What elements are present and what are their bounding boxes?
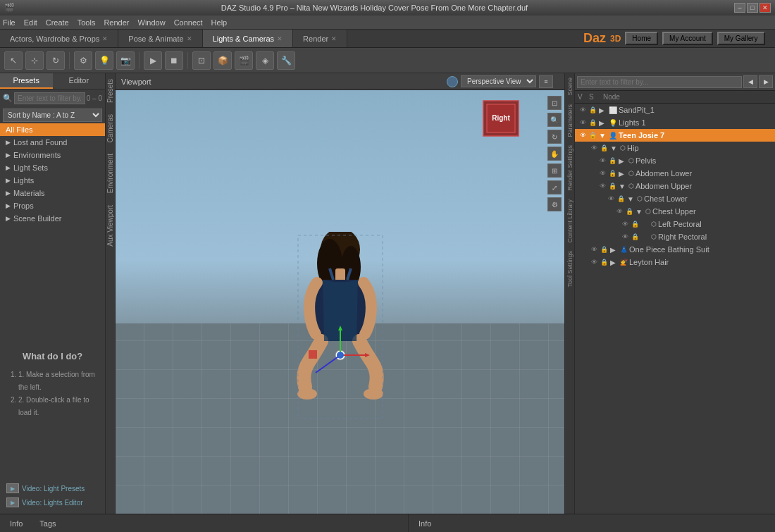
tab-render[interactable]: Render ✕	[293, 30, 347, 47]
eye-abdomen-lower[interactable]: 👁	[597, 168, 607, 178]
expand-pelvis[interactable]: ▶	[619, 157, 628, 165]
scene-row-chest-lower[interactable]: 👁 🔒 ▼ ⬡ Chest Lower	[575, 192, 775, 205]
expand-leyton-hair[interactable]: ▶	[610, 259, 620, 266]
tab-close-icon[interactable]: ✕	[102, 35, 108, 42]
settings-icon[interactable]: ⚙	[74, 51, 92, 70]
tab-actors-wardrobe-props[interactable]: Actors, Wardrobe & Props ✕	[0, 30, 118, 47]
tab-render-close-icon[interactable]: ✕	[331, 35, 337, 42]
lock-lights1[interactable]: 🔒	[588, 118, 597, 128]
eye-abdomen-upper[interactable]: 👁	[597, 181, 607, 191]
eye-bathing-suit[interactable]: 👁	[589, 245, 599, 254]
editor-tab[interactable]: Editor	[53, 73, 106, 89]
vp-icon-orbit[interactable]: ↻	[547, 130, 562, 144]
iray-icon[interactable]: ◈	[256, 51, 274, 70]
eye-leyton-hair[interactable]: 👁	[589, 257, 599, 267]
tab-lights-cameras[interactable]: Lights & Cameras ✕	[203, 30, 293, 47]
home-button[interactable]: Home	[625, 32, 658, 45]
scene-row-pelvis[interactable]: 👁 🔒 ▶ ⬡ Pelvis	[575, 154, 775, 167]
expand-teen-josie[interactable]: ▼	[599, 132, 609, 140]
expand-sandpit[interactable]: ▶	[599, 106, 609, 114]
video-light-presets-link[interactable]: ▶ Video: Light Presets	[4, 481, 101, 495]
play-icon[interactable]: ▶	[144, 51, 162, 70]
sort-select[interactable]: Sort by Name : A to Z	[3, 109, 102, 122]
lock-chest-upper[interactable]: 🔒	[624, 206, 634, 216]
render-settings-side-label[interactable]: Render Settings	[565, 141, 574, 195]
tree-item-props[interactable]: ▶ Props	[0, 199, 105, 212]
bottom-info-tab[interactable]: Info	[414, 518, 435, 529]
stop-icon[interactable]: ⏹	[165, 51, 183, 70]
camera-icon[interactable]: 📷	[116, 51, 135, 70]
vp-icon-pan[interactable]: ✋	[547, 147, 562, 161]
scene-row-bathing-suit[interactable]: 👁 🔒 ▶ 👗 One Piece Bathing Suit	[575, 243, 775, 256]
render-icon[interactable]: 🎬	[235, 51, 253, 70]
menu-window[interactable]: Window	[138, 18, 166, 27]
lock-right-pectoral[interactable]: 🔒	[630, 232, 640, 242]
tab-lights-close-icon[interactable]: ✕	[277, 35, 283, 42]
cameras-side-label[interactable]: Cameras	[106, 109, 115, 149]
view-mode-select[interactable]: Perspective View	[461, 75, 536, 87]
maximize-button[interactable]: □	[747, 3, 758, 13]
tree-item-scene-builder[interactable]: ▶ Scene Builder	[0, 212, 105, 225]
scene-prev-btn[interactable]: ◀	[743, 75, 757, 88]
lock-pelvis[interactable]: 🔒	[607, 156, 617, 166]
video-lights-editor-link[interactable]: ▶ Video: Lights Editor	[4, 495, 101, 509]
lock-hip[interactable]: 🔒	[599, 143, 609, 153]
lock-chest-lower[interactable]: 🔒	[616, 194, 626, 204]
render-settings-icon[interactable]: 🔧	[277, 51, 295, 70]
lock-left-pectoral[interactable]: 🔒	[630, 219, 640, 229]
tree-item-materials[interactable]: ▶ Materials	[0, 187, 105, 199]
eye-right-pectoral[interactable]: 👁	[620, 232, 630, 242]
scene-row-right-pectoral[interactable]: 👁 🔒 ⬡ Right Pectoral	[575, 230, 775, 243]
scene-row-chest-upper[interactable]: 👁 🔒 ▼ ⬡ Chest Upper	[575, 205, 775, 218]
presets-tab[interactable]: Presets	[0, 73, 53, 89]
rotate-tool-icon[interactable]: ↻	[46, 51, 65, 70]
my-gallery-button[interactable]: My Gallery	[717, 32, 765, 45]
scene-row-teen-josie[interactable]: 👁 🔒 ▼ 👤 Teen Josie 7	[575, 129, 775, 142]
scene-row-abdomen-upper[interactable]: 👁 🔒 ▼ ⬡ Abdomen Upper	[575, 180, 775, 192]
menu-connect[interactable]: Connect	[174, 18, 203, 27]
eye-chest-upper[interactable]: 👁	[614, 206, 624, 216]
scene-row-lights1[interactable]: 👁 🔒 ▶ 💡 Lights 1	[575, 116, 775, 129]
parameters-side-label[interactable]: Parameters	[565, 100, 574, 142]
viewport-canvas[interactable]: Right ⊡ 🔍 ↻ ✋ ⊞ ⤢ ⚙	[116, 90, 564, 514]
scene-icon[interactable]: 📦	[213, 51, 232, 70]
expand-chest-lower[interactable]: ▼	[627, 195, 637, 203]
vp-icon-zoom[interactable]: 🔍	[547, 113, 562, 127]
lock-abdomen-upper[interactable]: 🔒	[607, 181, 617, 191]
frame-icon[interactable]: ⊡	[192, 51, 211, 70]
environment-side-label[interactable]: Environment	[106, 148, 115, 199]
my-account-button[interactable]: My Account	[662, 32, 713, 45]
expand-chest-upper[interactable]: ▼	[636, 208, 645, 216]
minimize-button[interactable]: –	[734, 3, 745, 13]
close-button[interactable]: ✕	[760, 3, 771, 13]
eye-pelvis[interactable]: 👁	[597, 156, 607, 166]
info-tab[interactable]: Info	[6, 518, 27, 529]
transform-tool-icon[interactable]: ⊹	[25, 51, 44, 70]
expand-abdomen-upper[interactable]: ▼	[619, 183, 628, 190]
menu-file[interactable]: File	[3, 18, 16, 27]
vp-icon-settings[interactable]: ⚙	[547, 197, 562, 211]
expand-abdomen-lower[interactable]: ▶	[619, 170, 628, 178]
light-icon[interactable]: 💡	[95, 51, 113, 70]
tree-item-lost-found[interactable]: ▶ Lost and Found	[0, 136, 105, 149]
eye-lights1[interactable]: 👁	[578, 118, 588, 128]
vp-icon-expand[interactable]: ⤢	[547, 180, 562, 194]
tab-pose-close-icon[interactable]: ✕	[187, 35, 192, 42]
eye-sandpit[interactable]: 👁	[578, 105, 588, 115]
lock-abdomen-lower[interactable]: 🔒	[607, 168, 617, 178]
expand-lights1[interactable]: ▶	[599, 119, 609, 127]
tree-item-light-sets[interactable]: ▶ Light Sets	[0, 161, 105, 174]
lock-teen-josie[interactable]: 🔒	[588, 130, 597, 140]
tree-item-environments[interactable]: ▶ Environments	[0, 149, 105, 161]
scene-row-abdomen-lower[interactable]: 👁 🔒 ▶ ⬡ Abdomen Lower	[575, 167, 775, 180]
viewport-menu-icon[interactable]: ≡	[539, 75, 553, 88]
eye-teen-josie[interactable]: 👁	[578, 130, 588, 140]
content-library-side-label[interactable]: Content Library	[565, 195, 574, 247]
scene-row-hip[interactable]: 👁 🔒 ▼ ⬡ Hip	[575, 142, 775, 154]
expand-bathing-suit[interactable]: ▶	[610, 246, 620, 254]
camera-orientation-cube[interactable]: Right	[480, 97, 522, 140]
scene-row-sandpit[interactable]: 👁 🔒 ▶ ⬜ SandPit_1	[575, 104, 775, 116]
presets-side-label[interactable]: Presets	[106, 73, 115, 109]
lock-bathing-suit[interactable]: 🔒	[599, 245, 609, 254]
expand-hip[interactable]: ▼	[610, 144, 620, 152]
